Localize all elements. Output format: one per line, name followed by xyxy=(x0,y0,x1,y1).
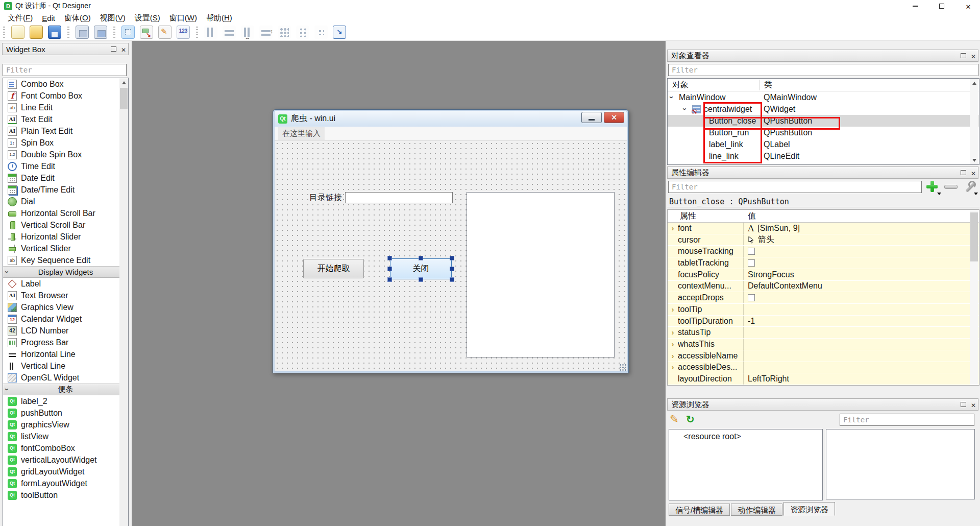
tab-resource-browser[interactable]: 资源浏览器 xyxy=(783,502,835,516)
property-row-accept-drops[interactable]: acceptDrops xyxy=(668,292,979,304)
resource-root-item[interactable]: <resource root> xyxy=(669,429,822,441)
property-row-accessible-name[interactable]: accessibleName xyxy=(668,350,979,362)
window-minimize-button[interactable] xyxy=(903,0,927,12)
resource-preview-pane[interactable] xyxy=(826,429,975,499)
dock-close-icon[interactable] xyxy=(971,400,976,409)
property-row-accessible-description[interactable]: accessibleDes... xyxy=(668,362,979,374)
menu-help[interactable]: 帮助(H) xyxy=(202,12,237,24)
menu-file[interactable]: 文件(F) xyxy=(3,12,37,24)
widget-box-scrollbar[interactable] xyxy=(119,78,128,526)
widget-item-vertical-slider[interactable]: Vertical Slider xyxy=(3,243,128,254)
property-editor-filter-input[interactable] xyxy=(668,181,922,193)
property-row-focus-policy[interactable]: focusPolicy StrongFocus xyxy=(668,269,979,281)
scroll-down-icon[interactable] xyxy=(970,156,978,164)
window-copy-2-icon[interactable] xyxy=(94,26,107,39)
expand-icon[interactable] xyxy=(672,328,674,337)
layout-horizontal-icon[interactable] xyxy=(223,26,236,39)
property-row-tool-tip-duration[interactable]: toolTipDuration -1 xyxy=(668,316,979,327)
selection-handle[interactable] xyxy=(450,277,454,282)
add-dynamic-property-button[interactable] xyxy=(925,180,940,194)
layout-vertical-splitter-icon[interactable] xyxy=(259,26,273,39)
scratchpad-item-vertical-layout-widget[interactable]: verticalLayoutWidget xyxy=(3,454,128,466)
resource-tree[interactable]: <resource root> xyxy=(669,429,823,500)
dock-float-icon[interactable] xyxy=(961,402,966,407)
edit-widgets-icon[interactable] xyxy=(121,26,135,39)
form-titlebar[interactable]: 爬虫 - win.ui xyxy=(275,111,627,127)
menu-window[interactable]: 窗口(W) xyxy=(165,12,202,24)
menu-settings[interactable]: 设置(S) xyxy=(130,12,165,24)
scratchpad-item-tool-button[interactable]: toolButton xyxy=(3,489,128,501)
widget-item-text-browser[interactable]: Text Browser xyxy=(3,290,128,301)
property-row-tablet-tracking[interactable]: tabletTracking xyxy=(668,257,979,269)
widget-item-graphics-view[interactable]: Graphics View xyxy=(3,301,128,313)
checkbox-unchecked[interactable] xyxy=(748,259,755,267)
chevron-down-icon[interactable] xyxy=(684,105,692,114)
scroll-up-icon[interactable] xyxy=(970,79,978,87)
form-label-link[interactable]: 目录链接 xyxy=(308,193,343,203)
widget-item-time-edit[interactable]: Time Edit xyxy=(3,160,128,172)
form-run-button[interactable]: 开始爬取 xyxy=(303,259,364,278)
menu-form[interactable]: 窗体(O) xyxy=(60,12,95,24)
form-canvas[interactable]: 目录链接 开始爬取 关闭 xyxy=(275,141,627,371)
widget-item-datetime-edit[interactable]: Date/Time Edit xyxy=(3,184,128,196)
layout-horizontal-splitter-icon[interactable] xyxy=(241,26,254,39)
adjust-size-icon[interactable] xyxy=(333,26,346,39)
toolbar-drag-handle[interactable] xyxy=(3,27,5,38)
expand-icon[interactable] xyxy=(672,351,674,361)
widget-item-text-edit[interactable]: Text Edit xyxy=(3,113,128,125)
scratchpad-item-list-view[interactable]: listView xyxy=(3,431,128,442)
expand-icon[interactable] xyxy=(672,340,674,349)
form-menu-type-here[interactable]: 在这里输入 xyxy=(278,127,325,140)
scroll-up-icon[interactable] xyxy=(119,78,128,87)
toolbar-drag-handle[interactable] xyxy=(67,27,69,38)
layout-form-icon[interactable] xyxy=(296,26,309,39)
form-close-widget-selected[interactable]: 关闭 xyxy=(390,258,452,279)
checkbox-unchecked[interactable] xyxy=(748,248,755,255)
widget-item-key-sequence-edit[interactable]: Key Sequence Edit xyxy=(3,254,128,266)
dock-close-icon[interactable] xyxy=(121,45,126,54)
dock-close-icon[interactable] xyxy=(971,52,976,60)
widget-item-line-edit[interactable]: Line Edit xyxy=(3,102,128,113)
property-row-layout-direction[interactable]: layoutDirection LeftToRight xyxy=(668,373,979,385)
object-inspector-filter-input[interactable] xyxy=(668,64,978,76)
selection-handle[interactable] xyxy=(387,267,392,271)
widget-item-horizontal-slider[interactable]: Horizontal Slider xyxy=(3,231,128,243)
menu-edit[interactable]: Edit xyxy=(37,13,60,23)
expand-icon[interactable] xyxy=(672,363,674,372)
scratchpad-item-grid-layout-widget[interactable]: gridLayoutWidget xyxy=(3,466,128,477)
dock-close-icon[interactable] xyxy=(971,169,976,177)
property-row-mouse-tracking[interactable]: mouseTracking xyxy=(668,246,979,257)
property-row-cursor[interactable]: cursor 箭头 xyxy=(668,234,979,246)
scratchpad-item-font-combo-box[interactable]: fontComboBox xyxy=(3,442,128,454)
tab-signal-slot-editor[interactable]: 信号/槽编辑器 xyxy=(669,504,730,516)
open-form-icon[interactable] xyxy=(30,26,43,39)
form-line-edit[interactable] xyxy=(345,192,453,203)
widget-item-vertical-scroll-bar[interactable]: Vertical Scroll Bar xyxy=(3,219,128,231)
toolbar-drag-handle[interactable] xyxy=(113,27,115,38)
edit-resources-icon[interactable] xyxy=(670,413,682,425)
dock-float-icon[interactable] xyxy=(961,170,966,175)
new-form-icon[interactable] xyxy=(11,26,24,39)
scrollbar-thumb[interactable] xyxy=(120,88,128,109)
widget-item-font-combo-box[interactable]: Font Combo Box xyxy=(3,90,128,102)
widget-item-spin-box[interactable]: Spin Box xyxy=(3,137,128,149)
chevron-down-icon[interactable] xyxy=(671,93,679,102)
selection-handle[interactable] xyxy=(450,256,454,260)
toolbar-drag-handle[interactable] xyxy=(196,27,198,38)
scratchpad-item-label-2[interactable]: label_2 xyxy=(3,395,128,407)
layout-vertical-icon[interactable] xyxy=(204,26,217,39)
window-copy-icon[interactable] xyxy=(76,26,89,39)
expand-icon[interactable] xyxy=(672,224,674,233)
scratchpad-item-push-button[interactable]: pushButton xyxy=(3,407,128,419)
selection-handle[interactable] xyxy=(450,267,454,271)
window-close-button[interactable] xyxy=(957,0,980,12)
widget-box-filter-input[interactable] xyxy=(3,64,127,76)
widget-box-category-display-widgets[interactable]: Display Widgets xyxy=(3,266,128,278)
configure-property-editor-button[interactable] xyxy=(963,180,977,194)
widget-item-dial[interactable]: Dial xyxy=(3,196,128,207)
dock-float-icon[interactable] xyxy=(111,46,116,52)
widget-item-lcd-number[interactable]: LCD Number xyxy=(3,325,128,337)
window-maximize-button[interactable] xyxy=(930,0,953,12)
form-close-button[interactable] xyxy=(604,112,624,123)
property-row-tool-tip[interactable]: toolTip xyxy=(668,304,979,316)
